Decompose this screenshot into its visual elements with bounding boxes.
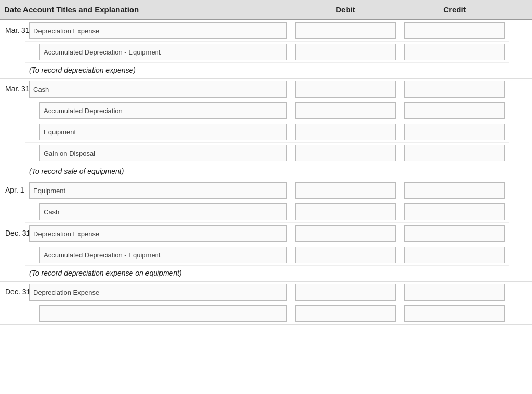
debit-cell xyxy=(291,303,400,324)
journal-group: Dec. 31 xyxy=(0,282,532,325)
date-cell: Dec. 31 xyxy=(0,223,25,281)
date-cell: Mar. 31 xyxy=(0,79,25,180)
account-cell xyxy=(25,282,291,303)
credit-cell xyxy=(400,121,509,142)
debit-input[interactable] xyxy=(295,102,396,119)
debit-cell xyxy=(291,79,400,100)
account-cell xyxy=(25,180,291,201)
account-cell xyxy=(25,79,291,100)
account-cell xyxy=(25,244,291,265)
credit-input[interactable] xyxy=(404,102,505,119)
debit-input[interactable] xyxy=(295,145,396,161)
credit-input[interactable] xyxy=(404,305,505,322)
credit-cell xyxy=(400,223,509,244)
debit-cell xyxy=(291,244,400,265)
debit-input[interactable] xyxy=(295,44,396,60)
account-input[interactable] xyxy=(29,284,287,301)
account-input[interactable] xyxy=(29,81,287,98)
entry-row xyxy=(25,100,509,121)
debit-input[interactable] xyxy=(295,182,396,199)
credit-input[interactable] xyxy=(404,203,505,220)
debit-input[interactable] xyxy=(295,225,396,242)
debit-cell xyxy=(291,100,400,121)
credit-cell xyxy=(400,42,509,62)
debit-cell xyxy=(291,201,400,222)
table-header: Date Account Titles and Explanation Debi… xyxy=(0,0,532,20)
debit-cell xyxy=(291,180,400,201)
credit-input[interactable] xyxy=(404,44,505,60)
header-credit: Credit xyxy=(400,4,509,15)
debit-input[interactable] xyxy=(295,203,396,220)
debit-input[interactable] xyxy=(295,247,396,263)
date-cell: Dec. 31 xyxy=(0,282,25,324)
credit-input[interactable] xyxy=(404,247,505,263)
account-input[interactable] xyxy=(39,102,287,119)
debit-input[interactable] xyxy=(295,305,396,322)
credit-cell xyxy=(400,303,509,324)
debit-input[interactable] xyxy=(295,22,396,39)
credit-input[interactable] xyxy=(404,124,505,140)
journal-group: Apr. 1 xyxy=(0,180,532,223)
journal-body: Mar. 31(To record depreciation expense)M… xyxy=(0,20,532,325)
account-input[interactable] xyxy=(39,203,287,220)
credit-input[interactable] xyxy=(404,225,505,242)
credit-cell xyxy=(400,20,509,41)
debit-cell xyxy=(291,282,400,303)
debit-cell xyxy=(291,223,400,244)
account-cell xyxy=(25,143,291,164)
account-cell xyxy=(25,303,291,324)
entry-row xyxy=(25,79,509,100)
account-input[interactable] xyxy=(29,22,287,39)
account-input[interactable] xyxy=(29,225,287,242)
entry-row xyxy=(25,20,509,42)
account-input[interactable] xyxy=(39,124,287,140)
credit-input[interactable] xyxy=(404,22,505,39)
credit-cell xyxy=(400,201,509,222)
note-text: (To record depreciation expense) xyxy=(25,63,509,78)
credit-input[interactable] xyxy=(404,81,505,98)
credit-cell xyxy=(400,180,509,201)
credit-cell xyxy=(400,79,509,100)
account-cell xyxy=(25,121,291,142)
credit-input[interactable] xyxy=(404,182,505,199)
journal-group: Dec. 31(To record depreciation expense o… xyxy=(0,223,532,282)
credit-cell xyxy=(400,244,509,265)
entry-row xyxy=(25,180,509,201)
journal-table: Date Account Titles and Explanation Debi… xyxy=(0,0,532,20)
entry-row xyxy=(25,143,509,164)
credit-cell xyxy=(400,143,509,164)
credit-input[interactable] xyxy=(404,145,505,161)
debit-cell xyxy=(291,20,400,41)
entry-row xyxy=(25,42,509,63)
debit-input[interactable] xyxy=(295,284,396,301)
entry-row xyxy=(25,121,509,143)
header-debit: Debit xyxy=(291,4,400,15)
entry-row xyxy=(25,244,509,266)
entry-row xyxy=(25,282,509,303)
entry-row xyxy=(25,303,509,324)
entry-row xyxy=(25,223,509,244)
credit-input[interactable] xyxy=(404,284,505,301)
account-input[interactable] xyxy=(39,145,287,161)
note-text: (To record depreciation expense on equip… xyxy=(25,266,509,281)
journal-group: Mar. 31(To record sale of equipment) xyxy=(0,79,532,180)
account-input[interactable] xyxy=(39,305,287,322)
header-date-account: Date Account Titles and Explanation xyxy=(0,4,291,15)
account-cell xyxy=(25,20,291,41)
date-cell: Mar. 31 xyxy=(0,20,25,78)
account-input[interactable] xyxy=(29,182,287,199)
credit-cell xyxy=(400,100,509,121)
account-cell xyxy=(25,201,291,222)
account-cell xyxy=(25,42,291,62)
note-text: (To record sale of equipment) xyxy=(25,164,509,180)
credit-cell xyxy=(400,282,509,303)
debit-cell xyxy=(291,143,400,164)
account-input[interactable] xyxy=(39,247,287,263)
date-cell: Apr. 1 xyxy=(0,180,25,223)
debit-input[interactable] xyxy=(295,81,396,98)
account-input[interactable] xyxy=(39,44,287,60)
account-cell xyxy=(25,223,291,244)
debit-cell xyxy=(291,42,400,62)
debit-input[interactable] xyxy=(295,124,396,140)
entry-row xyxy=(25,201,509,223)
